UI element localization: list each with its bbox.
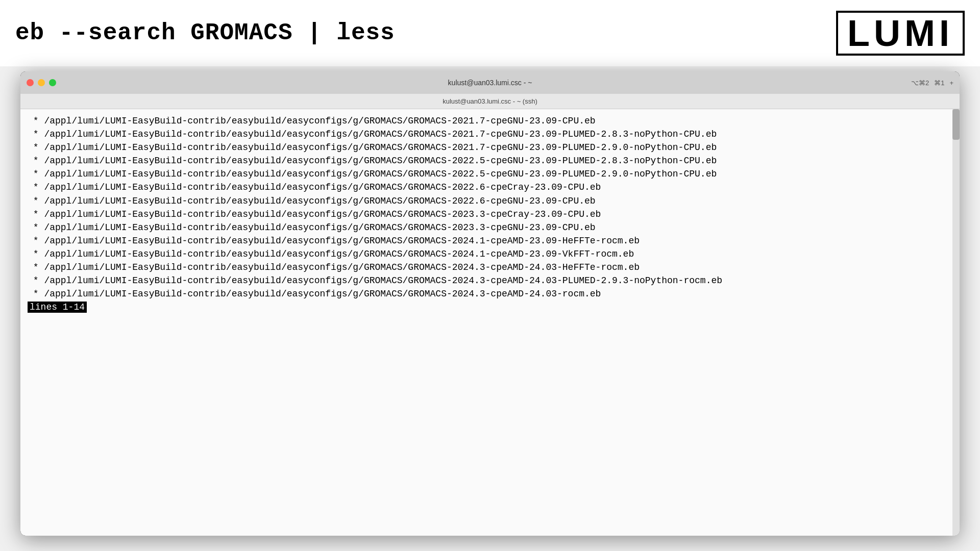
terminal-line: * /appl/lumi/LUMI-EasyBuild-contrib/easy…: [28, 261, 954, 274]
terminal-content: * /appl/lumi/LUMI-EasyBuild-contrib/easy…: [20, 109, 960, 536]
terminal-window: kulust@uan03.lumi.csc - ~ ⌥⌘2 ⌘1 + kulus…: [20, 71, 960, 536]
window-title: kulust@uan03.lumi.csc - ~: [448, 79, 532, 87]
status-line: lines 1-14: [28, 302, 87, 313]
tab-plus[interactable]: +: [949, 79, 953, 87]
minimize-button[interactable]: [38, 79, 45, 86]
terminal-lines: * /appl/lumi/LUMI-EasyBuild-contrib/easy…: [28, 114, 954, 300]
terminal-line: * /appl/lumi/LUMI-EasyBuild-contrib/easy…: [28, 208, 954, 221]
traffic-lights: [27, 79, 56, 86]
scrollbar-thumb[interactable]: [952, 109, 960, 140]
terminal-line: * /appl/lumi/LUMI-EasyBuild-contrib/easy…: [28, 154, 954, 167]
terminal-line: * /appl/lumi/LUMI-EasyBuild-contrib/easy…: [28, 181, 954, 194]
sub-title-bar: kulust@uan03.lumi.csc - ~ (ssh): [20, 94, 960, 109]
shortcut-1: ⌥⌘2: [911, 79, 929, 87]
terminal-line: * /appl/lumi/LUMI-EasyBuild-contrib/easy…: [28, 194, 954, 208]
title-bar-right: ⌥⌘2 ⌘1 +: [911, 79, 953, 87]
maximize-button[interactable]: [49, 79, 56, 86]
lumi-logo: LUMI: [836, 11, 965, 56]
terminal-line: * /appl/lumi/LUMI-EasyBuild-contrib/easy…: [28, 247, 954, 261]
shortcut-2: ⌘1: [934, 79, 944, 87]
terminal-line: * /appl/lumi/LUMI-EasyBuild-contrib/easy…: [28, 234, 954, 247]
terminal-line: * /appl/lumi/LUMI-EasyBuild-contrib/easy…: [28, 167, 954, 181]
terminal-line: * /appl/lumi/LUMI-EasyBuild-contrib/easy…: [28, 128, 954, 141]
terminal-line: * /appl/lumi/LUMI-EasyBuild-contrib/easy…: [28, 274, 954, 287]
terminal-line: * /appl/lumi/LUMI-EasyBuild-contrib/easy…: [28, 114, 954, 128]
scrollbar-track[interactable]: [952, 109, 960, 536]
title-bar: kulust@uan03.lumi.csc - ~ ⌥⌘2 ⌘1 +: [20, 71, 960, 94]
top-command: eb --search GROMACS | less: [15, 20, 395, 46]
terminal-line: * /appl/lumi/LUMI-EasyBuild-contrib/easy…: [28, 221, 954, 234]
top-bar: eb --search GROMACS | less LUMI: [0, 0, 980, 66]
terminal-line: * /appl/lumi/LUMI-EasyBuild-contrib/easy…: [28, 141, 954, 154]
terminal-line: * /appl/lumi/LUMI-EasyBuild-contrib/easy…: [28, 287, 954, 300]
session-label: kulust@uan03.lumi.csc - ~ (ssh): [443, 97, 537, 105]
close-button[interactable]: [27, 79, 34, 86]
